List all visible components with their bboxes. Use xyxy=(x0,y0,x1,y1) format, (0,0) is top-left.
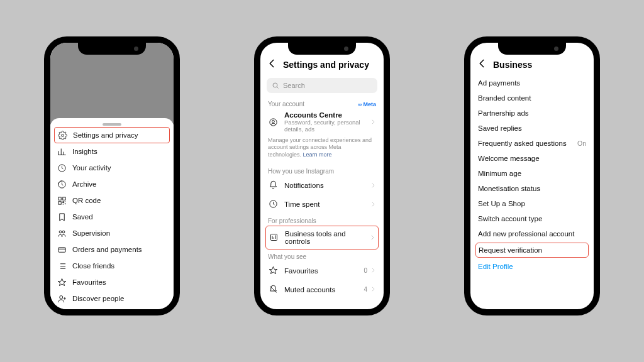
svg-rect-8 xyxy=(58,247,65,252)
qr-icon xyxy=(57,195,67,206)
svg-point-12 xyxy=(272,120,274,123)
chevron-right-icon xyxy=(369,234,375,241)
row-partnership-ads[interactable]: Partnership ads xyxy=(470,106,594,121)
row-business-tools[interactable]: Business tools and controls xyxy=(265,226,379,250)
chevron-right-icon xyxy=(370,286,376,293)
row-welcome-message[interactable]: Welcome message xyxy=(470,151,594,166)
svg-point-0 xyxy=(61,134,64,136)
card-icon xyxy=(57,244,67,255)
meta-badge: Meta xyxy=(358,101,376,107)
menu-label: QR code xyxy=(72,197,101,204)
faq-value: On xyxy=(577,140,586,147)
row-muted[interactable]: Muted accounts 4 xyxy=(260,280,384,299)
bell-icon xyxy=(268,180,278,190)
menu-label: Insights xyxy=(72,148,97,155)
chart-icon xyxy=(57,146,67,156)
row-faq[interactable]: Frequently asked questionsOn xyxy=(470,136,594,151)
row-monetisation-status[interactable]: Monetisation status xyxy=(470,181,594,196)
row-time-spent[interactable]: Time spent xyxy=(260,195,384,214)
menu-your-activity[interactable]: Your activity xyxy=(50,160,174,176)
menu-label: Supervision xyxy=(72,229,110,237)
row-branded-content[interactable]: Branded content xyxy=(470,90,594,106)
bookmark-icon xyxy=(57,212,67,222)
business-icon xyxy=(269,233,279,243)
menu-supervision[interactable]: Supervision xyxy=(50,225,174,241)
svg-point-7 xyxy=(62,231,65,233)
chevron-right-icon xyxy=(370,182,376,189)
page-title: Business xyxy=(493,60,532,70)
menu-saved[interactable]: Saved xyxy=(50,209,174,225)
menu-archive[interactable]: Archive xyxy=(50,176,174,192)
svg-rect-5 xyxy=(58,201,60,204)
phone-settings: Settings and privacy Search Your account… xyxy=(254,36,390,315)
row-edit-profile[interactable]: Edit Profile xyxy=(470,259,594,274)
clock-icon xyxy=(57,163,67,173)
row-favourites[interactable]: Favourites 0 xyxy=(260,261,384,280)
search-field[interactable]: Search xyxy=(267,78,377,93)
svg-point-9 xyxy=(59,295,62,299)
row-set-up-shop[interactable]: Set Up a Shop xyxy=(470,196,594,211)
screen: Business Ad payments Branded content Par… xyxy=(470,43,594,309)
menu-label: Your activity xyxy=(72,164,111,172)
search-icon xyxy=(272,82,279,89)
section-what-you-see: What you see xyxy=(260,250,384,261)
menu-close-friends[interactable]: Close friends xyxy=(50,258,174,274)
menu-orders-payments[interactable]: Orders and payments xyxy=(50,241,174,258)
archive-icon xyxy=(57,179,67,189)
phone-menu: Settings and privacy Insights Your activ… xyxy=(44,36,180,315)
screen: Settings and privacy Insights Your activ… xyxy=(50,43,174,309)
phone-business: Business Ad payments Branded content Par… xyxy=(464,36,600,315)
notch xyxy=(288,42,356,55)
menu-qr-code[interactable]: QR code xyxy=(50,192,174,209)
menu-label: Close friends xyxy=(72,262,114,270)
menu-label: Orders and payments xyxy=(72,246,142,253)
row-minimum-age[interactable]: Minimum age xyxy=(470,166,594,181)
notch xyxy=(498,42,566,55)
menu-label: Favourites xyxy=(72,278,106,286)
svg-point-6 xyxy=(59,231,62,233)
menu-label: Archive xyxy=(72,180,96,188)
notch xyxy=(78,42,146,55)
screen: Settings and privacy Search Your account… xyxy=(260,43,384,309)
row-saved-replies[interactable]: Saved replies xyxy=(470,121,594,136)
row-switch-account-type[interactable]: Switch account type xyxy=(470,211,594,226)
star-icon xyxy=(57,277,67,287)
profile-background xyxy=(50,43,174,124)
learn-more-link[interactable]: Learn more xyxy=(303,151,332,158)
star-icon xyxy=(268,266,278,276)
row-notifications[interactable]: Notifications xyxy=(260,176,384,195)
gear-icon xyxy=(57,130,67,140)
chevron-right-icon xyxy=(370,201,376,207)
row-request-verification[interactable]: Request verification xyxy=(475,243,589,258)
section-how-you-use: How you use Instagram xyxy=(260,164,384,176)
person-plus-icon xyxy=(57,293,67,304)
list-icon xyxy=(57,261,67,271)
drag-handle[interactable] xyxy=(103,123,121,126)
section-your-account: Your account Meta xyxy=(260,97,384,109)
svg-rect-4 xyxy=(62,197,65,199)
row-ad-payments[interactable]: Ad payments xyxy=(470,75,594,90)
chevron-right-icon xyxy=(370,267,376,275)
back-button[interactable] xyxy=(267,58,278,72)
menu-favourites[interactable]: Favourites xyxy=(50,274,174,290)
mute-icon xyxy=(268,285,278,295)
accounts-centre-row[interactable]: Accounts Centre Password, security, pers… xyxy=(260,109,384,136)
back-button[interactable] xyxy=(477,58,488,72)
menu-label: Saved xyxy=(72,213,93,221)
row-add-professional-account[interactable]: Add new professional account xyxy=(470,226,594,241)
menu-insights[interactable]: Insights xyxy=(50,143,174,160)
menu-discover-people[interactable]: Discover people xyxy=(50,290,174,307)
accounts-centre-sub: Password, security, personal details, ad… xyxy=(284,119,364,133)
account-icon xyxy=(268,117,278,127)
svg-rect-3 xyxy=(58,197,60,199)
accounts-centre-title: Accounts Centre xyxy=(284,111,364,119)
search-placeholder: Search xyxy=(283,82,305,89)
meta-note: Manage your connected experiences and ac… xyxy=(260,136,384,164)
menu-label: Discover people xyxy=(72,295,124,302)
bottom-sheet: Settings and privacy Insights Your activ… xyxy=(50,118,174,309)
page-title: Settings and privacy xyxy=(283,60,369,70)
chevron-right-icon xyxy=(370,116,376,128)
menu-settings-privacy[interactable]: Settings and privacy xyxy=(54,127,170,143)
supervision-icon xyxy=(57,228,67,238)
clock-icon xyxy=(268,199,278,209)
